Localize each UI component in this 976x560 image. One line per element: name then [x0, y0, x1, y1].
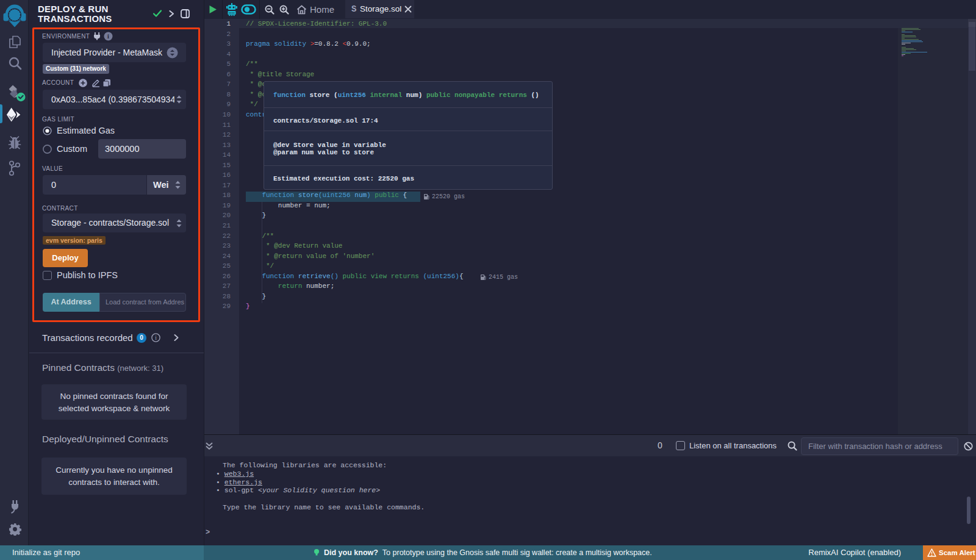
svg-text:i: i	[107, 33, 109, 40]
svg-text:i: i	[155, 335, 157, 341]
